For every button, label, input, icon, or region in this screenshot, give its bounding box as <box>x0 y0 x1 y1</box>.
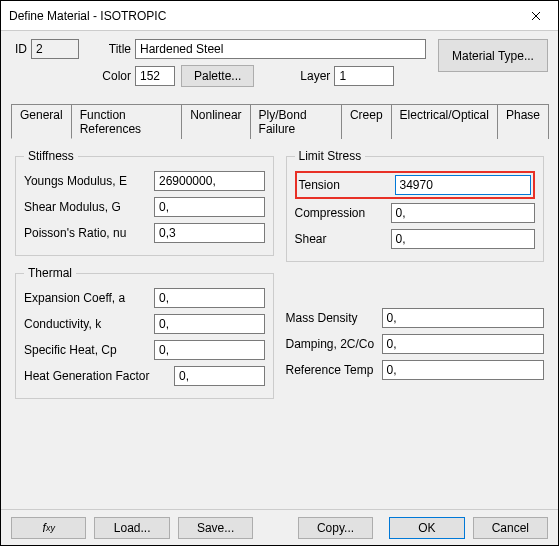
youngs-label: Youngs Modulus, E <box>24 174 154 188</box>
color-label: Color <box>11 69 135 83</box>
fxy-button[interactable]: fxy <box>11 517 86 539</box>
mass-input[interactable] <box>382 308 545 328</box>
palette-button[interactable]: Palette... <box>181 65 254 87</box>
layer-input[interactable] <box>334 66 394 86</box>
tab-general[interactable]: General <box>11 104 72 139</box>
tension-highlight: Tension <box>295 171 536 199</box>
material-type-button[interactable]: Material Type... <box>438 39 548 72</box>
shearg-label: Shear Modulus, G <box>24 200 154 214</box>
limit-legend: Limit Stress <box>295 149 366 163</box>
comp-label: Compression <box>295 206 391 220</box>
heat-label: Heat Generation Factor <box>24 369 174 383</box>
cancel-button[interactable]: Cancel <box>473 517 548 539</box>
title-label: Title <box>79 42 135 56</box>
ok-button[interactable]: OK <box>389 517 464 539</box>
tab-ply-bond-failure[interactable]: Ply/Bond Failure <box>250 104 342 139</box>
ref-input[interactable] <box>382 360 545 380</box>
close-icon <box>531 11 541 21</box>
damp-input[interactable] <box>382 334 545 354</box>
heat-input[interactable] <box>174 366 265 386</box>
layer-label: Layer <box>254 69 334 83</box>
tab-phase[interactable]: Phase <box>497 104 549 139</box>
window-title: Define Material - ISOTROPIC <box>9 9 514 23</box>
tab-nonlinear[interactable]: Nonlinear <box>181 104 250 139</box>
damp-label: Damping, 2C/Co <box>286 337 382 351</box>
thermal-group: Thermal Expansion Coeff, a Conductivity,… <box>15 266 274 399</box>
shearl-input[interactable] <box>391 229 536 249</box>
footer: fxy Load... Save... Copy... OK Cancel <box>1 509 558 545</box>
load-button[interactable]: Load... <box>94 517 169 539</box>
spec-label: Specific Heat, Cp <box>24 343 154 357</box>
poisson-input[interactable] <box>154 223 265 243</box>
tab-strip: General Function References Nonlinear Pl… <box>11 103 548 139</box>
close-button[interactable] <box>514 1 558 31</box>
stiffness-legend: Stiffness <box>24 149 78 163</box>
shearg-input[interactable] <box>154 197 265 217</box>
title-input[interactable] <box>135 39 426 59</box>
youngs-input[interactable] <box>154 171 265 191</box>
titlebar: Define Material - ISOTROPIC <box>1 1 558 31</box>
define-material-dialog: Define Material - ISOTROPIC ID 2 Title C… <box>0 0 559 546</box>
tab-creep[interactable]: Creep <box>341 104 392 139</box>
exp-input[interactable] <box>154 288 265 308</box>
save-button[interactable]: Save... <box>178 517 253 539</box>
comp-input[interactable] <box>391 203 536 223</box>
shearl-label: Shear <box>295 232 391 246</box>
cond-label: Conductivity, k <box>24 317 154 331</box>
id-field: 2 <box>31 39 79 59</box>
tension-label: Tension <box>299 178 395 192</box>
thermal-legend: Thermal <box>24 266 76 280</box>
color-input[interactable] <box>135 66 175 86</box>
id-label: ID <box>11 42 31 56</box>
limit-stress-group: Limit Stress Tension Compression Shear <box>286 149 545 262</box>
stiffness-group: Stiffness Youngs Modulus, E Shear Modulu… <box>15 149 274 256</box>
copy-button[interactable]: Copy... <box>298 517 373 539</box>
cond-input[interactable] <box>154 314 265 334</box>
tab-electrical-optical[interactable]: Electrical/Optical <box>391 104 498 139</box>
spec-input[interactable] <box>154 340 265 360</box>
mass-label: Mass Density <box>286 311 382 325</box>
poisson-label: Poisson's Ratio, nu <box>24 226 154 240</box>
tension-input[interactable] <box>395 175 532 195</box>
exp-label: Expansion Coeff, a <box>24 291 154 305</box>
tab-function-references[interactable]: Function References <box>71 104 182 139</box>
ref-label: Reference Temp <box>286 363 382 377</box>
